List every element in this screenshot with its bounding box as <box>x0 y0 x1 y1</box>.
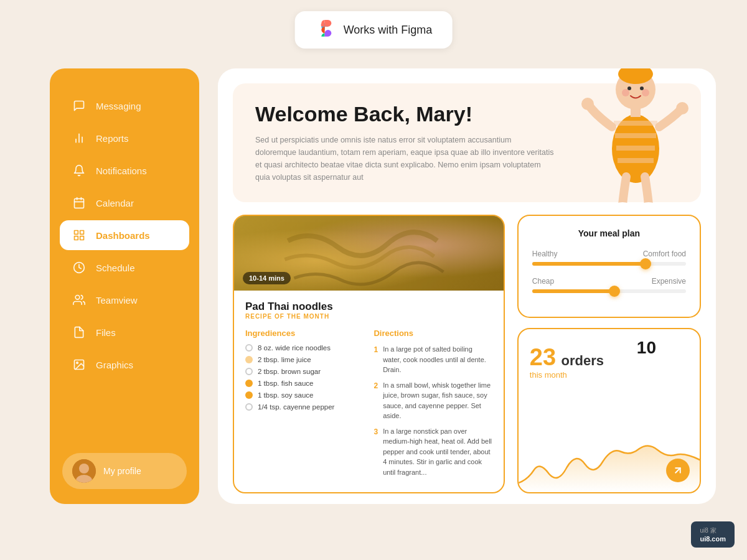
profile-button[interactable]: My profile <box>62 453 187 489</box>
slider-thumb-1 <box>640 258 651 269</box>
sidebar-item-reports[interactable]: Reports <box>60 123 189 153</box>
bar-chart-icon <box>72 131 86 145</box>
svg-rect-31 <box>631 106 641 117</box>
ingredient-dot <box>245 380 253 387</box>
sidebar-item-schedule[interactable]: Schedule <box>60 253 189 282</box>
slider-cheap: Cheap Expensive <box>532 277 686 293</box>
svg-rect-27 <box>614 121 657 126</box>
svg-point-22 <box>627 86 631 90</box>
sidebar-item-files[interactable]: Files <box>60 317 189 347</box>
time-badge: 10-14 mins <box>243 272 291 284</box>
slider-thumb-2 <box>609 286 620 297</box>
slider-track-1[interactable] <box>532 262 686 266</box>
direction-item: 1 In a large pot of salted boiling water… <box>374 344 492 375</box>
sidebar-item-notifications[interactable]: Notifications <box>60 156 189 185</box>
users-icon <box>72 293 86 307</box>
ingredient-dot <box>245 391 253 399</box>
right-column: Your meal plan Healthy Comfort food <box>517 215 701 493</box>
sidebar-label-graphics: Graphics <box>96 360 133 370</box>
ingredient-item: 1/4 tsp. cayenne pepper <box>245 403 364 411</box>
recipe-image: 10-14 mins <box>234 216 504 291</box>
welcome-description: Sed ut perspiciatis unde omnis iste natu… <box>255 134 554 184</box>
svg-point-12 <box>75 296 80 300</box>
ingredient-dot <box>245 403 253 411</box>
slider-left-label: Healthy <box>532 250 558 258</box>
bell-icon <box>72 164 86 177</box>
message-icon <box>72 99 86 113</box>
ingredient-item: 2 tbsp. brown sugar <box>245 368 364 375</box>
figma-icon <box>315 20 335 40</box>
svg-rect-7 <box>75 231 78 235</box>
slider-healthy: Healthy Comfort food <box>532 250 686 266</box>
slider-fill-2 <box>532 289 613 293</box>
svg-point-14 <box>77 362 78 364</box>
direction-text: In a large nonstick pan over medium-high… <box>383 426 492 478</box>
ingredient-text: 2 tbsp. lime juice <box>258 356 311 363</box>
sidebar-label-calendar: Calendar <box>96 198 134 208</box>
ingredient-item: 8 oz. wide rice noodles <box>245 344 364 352</box>
avatar <box>72 459 96 483</box>
meal-plan-title: Your meal plan <box>532 228 686 238</box>
orders-arrow-button[interactable] <box>666 459 690 482</box>
ingredient-text: 8 oz. wide rice noodles <box>258 344 331 352</box>
slider-track-2[interactable] <box>532 289 686 293</box>
cards-row: 10-14 mins Pad Thai noodles RECIPE OF TH… <box>233 215 701 493</box>
nav-items: Messaging Reports Notifications Calendar <box>50 91 199 453</box>
file-icon <box>72 325 86 339</box>
ingredient-dot <box>245 344 253 352</box>
svg-point-16 <box>79 464 89 474</box>
slider-healthy-labels: Healthy Comfort food <box>532 250 686 258</box>
watermark: ui8 家 ui8.com <box>691 521 735 548</box>
sidebar-label-reports: Reports <box>96 133 129 144</box>
direction-text: In a small bowl, whisk together lime jui… <box>383 380 492 421</box>
orders-chart-peak: 10 <box>637 338 656 358</box>
sidebar-item-teamview[interactable]: Teamview <box>60 285 189 315</box>
svg-line-36 <box>675 468 680 473</box>
sidebar-item-messaging[interactable]: Messaging <box>60 91 189 121</box>
slider-right-label: Comfort food <box>643 250 686 258</box>
slider-fill-1 <box>532 262 643 266</box>
profile-label: My profile <box>103 466 141 476</box>
direction-item: 2 In a small bowl, whisk together lime j… <box>374 380 492 421</box>
grid-icon <box>72 228 86 242</box>
sidebar-label-schedule: Schedule <box>96 263 135 273</box>
direction-number: 3 <box>374 426 378 478</box>
ingredients-column: Ingrediences 8 oz. wide rice noodles 2 t… <box>245 329 364 482</box>
ingredient-item: 1 tbsp. soy sauce <box>245 391 364 399</box>
ingredients-title: Ingrediences <box>245 329 364 338</box>
slider-cheap-labels: Cheap Expensive <box>532 277 686 286</box>
meal-plan-card: Your meal plan Healthy Comfort food <box>517 215 701 318</box>
sidebar-item-dashboards[interactable]: Dashboards <box>60 220 189 250</box>
ingredient-text: 2 tbsp. brown sugar <box>258 368 321 375</box>
direction-number: 1 <box>374 344 378 375</box>
svg-point-32 <box>581 98 594 110</box>
directions-title: Directions <box>374 329 492 338</box>
ingredient-text: 1 tbsp. fish sauce <box>258 380 314 387</box>
direction-number: 2 <box>374 380 378 421</box>
svg-rect-29 <box>616 146 655 151</box>
ingredient-text: 1/4 tsp. cayenne pepper <box>258 403 334 411</box>
direction-text: In a large pot of salted boiling water, … <box>383 344 492 375</box>
sidebar-item-calendar[interactable]: Calendar <box>60 188 189 218</box>
orders-card: 10 23 orders this month <box>517 328 701 493</box>
svg-rect-28 <box>615 133 656 138</box>
ingredient-item: 1 tbsp. fish sauce <box>245 380 364 387</box>
recipe-tag: RECIPE OF THE MONTH <box>245 313 492 320</box>
svg-point-25 <box>642 89 649 96</box>
sidebar-item-graphics[interactable]: Graphics <box>60 350 189 380</box>
direction-item: 3 In a large nonstick pan over medium-hi… <box>374 426 492 478</box>
sidebar: Messaging Reports Notifications Calendar <box>50 68 199 504</box>
orders-subtitle: this month <box>530 370 688 380</box>
topbar-title: Works with Figma <box>344 24 433 37</box>
recipe-name: Pad Thai noodles <box>245 301 492 313</box>
clock-icon <box>72 261 86 274</box>
sidebar-label-messaging: Messaging <box>96 101 141 111</box>
welcome-banner: Welcome Back, Mary! Sed ut perspiciatis … <box>233 83 701 202</box>
recipe-columns: Ingrediences 8 oz. wide rice noodles 2 t… <box>245 329 492 482</box>
ingredient-dot <box>245 356 253 363</box>
main-content: Welcome Back, Mary! Sed ut perspiciatis … <box>218 68 716 504</box>
sidebar-label-notifications: Notifications <box>96 166 147 176</box>
svg-point-35 <box>640 202 657 208</box>
ingredient-item: 2 tbsp. lime juice <box>245 356 364 363</box>
svg-point-33 <box>676 102 688 114</box>
